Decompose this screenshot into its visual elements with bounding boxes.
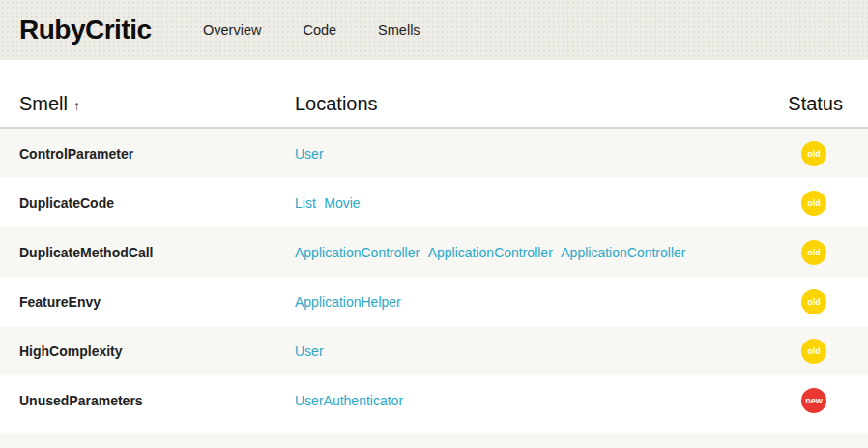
smell-locations: User — [295, 343, 752, 360]
smell-name: UnusedParameters — [19, 393, 295, 408]
smell-name: HighComplexity — [19, 343, 295, 359]
app-title: RubyCritic — [19, 15, 203, 45]
location-link[interactable]: ApplicationHelper — [295, 294, 401, 310]
table-row: DuplicateCode List Movie old — [0, 178, 868, 227]
status-badge: new — [801, 388, 826, 413]
location-link[interactable]: User — [295, 343, 324, 359]
table-row: FeatureEnvy ApplicationHelper old — [0, 277, 868, 326]
status-badge: old — [801, 141, 826, 166]
column-header-locations[interactable]: Locations — [295, 93, 752, 115]
smell-locations: User — [295, 145, 752, 163]
location-link[interactable]: ApplicationController — [295, 245, 420, 260]
status-cell: old — [752, 339, 868, 364]
smell-locations: ApplicationHelper — [295, 293, 752, 311]
location-link[interactable]: UserAuthenticator — [295, 393, 403, 408]
location-link[interactable]: ApplicationController — [561, 245, 685, 260]
smell-name: ControlParameter — [19, 146, 295, 162]
smell-name: FeatureEnvy — [19, 294, 295, 310]
smell-name: DuplicateCode — [19, 195, 295, 211]
status-cell: old — [752, 191, 868, 216]
table-header: Smell↑ Locations Status — [0, 60, 868, 129]
nav-item-smells[interactable]: Smells — [378, 22, 420, 38]
smell-name: DuplicateMethodCall — [19, 245, 295, 260]
status-badge: old — [801, 289, 826, 314]
status-cell: new — [752, 388, 868, 413]
status-badge: old — [801, 240, 826, 265]
table-row: HighComplexity User old — [0, 326, 868, 375]
smell-locations: List Movie — [295, 194, 752, 212]
status-cell: old — [752, 240, 868, 265]
nav-item-code[interactable]: Code — [303, 22, 336, 38]
status-cell: old — [752, 141, 868, 166]
location-link[interactable]: ApplicationController — [428, 245, 553, 260]
partial-row — [0, 433, 868, 448]
smell-locations: UserAuthenticator — [295, 392, 752, 409]
main-nav: Overview Code Smells — [203, 22, 462, 38]
table-row: DuplicateMethodCall ApplicationControlle… — [0, 227, 868, 277]
status-badge: old — [801, 339, 826, 364]
table-row: UnusedParameters UserAuthenticator new — [0, 375, 868, 425]
location-link[interactable]: Movie — [324, 195, 360, 211]
rubycritic-page: RubyCritic Overview Code Smells Smell↑ L… — [0, 0, 868, 448]
smell-locations: ApplicationController ApplicationControl… — [295, 244, 752, 261]
sort-ascending-icon: ↑ — [73, 98, 80, 113]
location-link[interactable]: User — [295, 146, 324, 162]
column-header-status[interactable]: Status — [752, 93, 868, 115]
nav-item-overview[interactable]: Overview — [203, 22, 261, 38]
status-cell: old — [752, 289, 868, 314]
app-header: RubyCritic Overview Code Smells — [0, 0, 868, 60]
table-row: ControlParameter User old — [0, 129, 868, 178]
status-badge: old — [801, 191, 826, 216]
smell-header-label: Smell — [19, 93, 68, 114]
location-link[interactable]: List — [295, 195, 316, 211]
column-header-smell[interactable]: Smell↑ — [19, 93, 295, 115]
